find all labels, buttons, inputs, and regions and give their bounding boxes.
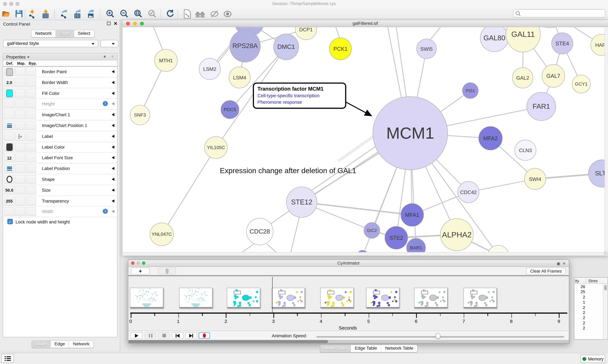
network-node-cdc28[interactable]: CDC28 [246,218,273,245]
lock-size-checkbox[interactable]: ✓ [7,219,13,224]
network-node-swi4[interactable]: SWI4 [524,168,546,190]
resize-grip[interactable] [604,251,608,255]
byp-cell[interactable] [26,132,36,141]
export-image-icon[interactable] [86,9,96,18]
playhead[interactable] [272,277,273,313]
network-file-icon[interactable] [182,9,192,18]
float-panel-icon[interactable] [107,22,111,25]
frame-thumbnail[interactable] [227,288,260,308]
property-row[interactable]: Image/Chart Position 1 [3,120,117,131]
frame-thumbnail[interactable] [271,288,305,308]
speed-slider-thumb[interactable] [435,333,440,339]
network-node-ste12[interactable]: STE12 [286,187,317,218]
skip-to-end-button[interactable] [185,332,197,339]
byp-cell[interactable] [26,100,36,108]
byp-cell[interactable] [26,143,36,152]
play-button[interactable] [131,332,142,339]
refresh-view-icon[interactable] [165,9,175,18]
frame-thumbnail[interactable] [414,288,448,308]
map-cell[interactable] [15,110,25,119]
property-row[interactable]: 2.0Border Width [3,77,117,88]
import-table-icon[interactable] [41,9,51,18]
expand-row-icon[interactable] [112,91,114,95]
group-nodes-icon[interactable] [195,9,205,18]
def-cell[interactable]: 2.0 [4,78,14,87]
expand-row-icon[interactable] [112,210,114,213]
network-node-dmc1[interactable]: DMC1 [274,34,299,60]
close-panel-icon[interactable]: ✕ [113,21,117,26]
expand-all-icon[interactable]: » [110,55,114,58]
map-cell[interactable] [15,196,25,205]
byp-cell[interactable] [26,154,36,162]
network-node-ste4[interactable]: STE4 [551,33,573,54]
zoom-selected-icon[interactable] [147,9,157,18]
expand-row-icon[interactable] [112,188,114,192]
byp-cell[interactable] [26,67,36,76]
expand-row-icon[interactable] [112,178,114,181]
timeline-scrollbar-thumb[interactable] [128,340,328,343]
property-row[interactable]: Label Color [3,142,117,153]
byp-cell[interactable] [26,175,36,184]
network-node-far1[interactable]: FAR1 [527,92,556,121]
info-icon[interactable]: i [103,209,108,214]
style-dropdown[interactable]: galFiltered Style [3,40,98,47]
byp-cell[interactable] [26,207,36,216]
expand-row-icon[interactable] [112,199,114,202]
map-cell[interactable]: › [15,132,25,141]
column-stress[interactable]: Stres [588,278,598,283]
byp-cell[interactable] [26,89,36,98]
clear-all-frames-button[interactable]: Clear All Frames [526,268,566,274]
def-cell[interactable] [4,175,14,184]
cyanimator-titlebar[interactable]: CyAnimator ▣ ✕ [128,260,569,267]
network-canvas[interactable]: Transcription factor MCM1 Cell-type-spec… [123,27,608,256]
property-row[interactable]: Image/Chart 1 [3,110,117,120]
map-cell[interactable] [15,186,25,195]
def-cell[interactable] [4,164,14,173]
map-cell[interactable] [15,121,25,130]
byp-cell[interactable] [26,121,36,130]
export-table-icon[interactable] [73,9,83,18]
def-cell[interactable] [4,132,14,141]
delete-frame-button[interactable] [158,268,176,274]
map-cell[interactable] [15,67,25,76]
tab-node-table[interactable]: Node Table [320,345,351,352]
byp-cell[interactable] [26,78,36,87]
add-frame-button[interactable]: + [131,268,150,274]
expand-row-icon[interactable] [112,135,114,138]
property-row[interactable]: ›Label [3,131,117,142]
network-node-cdc42[interactable]: CDC42 [457,181,479,203]
network-node-rps28a[interactable]: RPS28A [230,30,261,63]
style-options-button[interactable] [100,40,118,47]
import-network-icon[interactable] [27,9,37,18]
property-row[interactable]: Border Paint [3,66,117,77]
property-row[interactable]: 50.0Size [3,185,117,196]
annotation-box[interactable]: Transcription factor MCM1 Cell-type-spec… [253,83,346,109]
column-radiality[interactable]: ity [575,278,579,283]
record-button[interactable] [199,332,210,339]
map-cell[interactable] [15,164,25,173]
property-row[interactable]: Fill Color [3,88,117,99]
expand-row-icon[interactable] [112,156,114,159]
task-history-button[interactable] [1,354,14,363]
timeline[interactable]: 0123456789 Seconds [128,276,569,331]
def-cell[interactable] [4,143,14,152]
network-window-titlebar[interactable]: galFiltered.sif [123,20,608,27]
network-node-alpha2[interactable]: ALPHA2 [440,218,474,251]
timeline-scrollbar[interactable] [128,340,569,343]
map-cell[interactable] [15,89,25,98]
property-row[interactable]: 12Label Font Size [3,153,117,164]
pause-button[interactable] [145,332,156,339]
zoom-in-icon[interactable] [105,9,115,18]
network-node-mcm1[interactable]: MCM1 [373,96,448,170]
save-session-icon[interactable] [14,9,24,18]
tab-edge-table[interactable]: Edge Table [351,345,381,352]
zoom-out-icon[interactable] [119,9,129,18]
table-scrollbar[interactable] [603,284,607,339]
search-input[interactable] [522,10,604,18]
open-session-icon[interactable] [1,9,11,18]
map-cell[interactable] [15,175,25,184]
map-cell[interactable] [15,78,25,87]
skip-to-start-button[interactable] [172,332,183,339]
def-cell[interactable] [4,100,14,108]
def-cell[interactable]: 50.0 [4,186,14,195]
